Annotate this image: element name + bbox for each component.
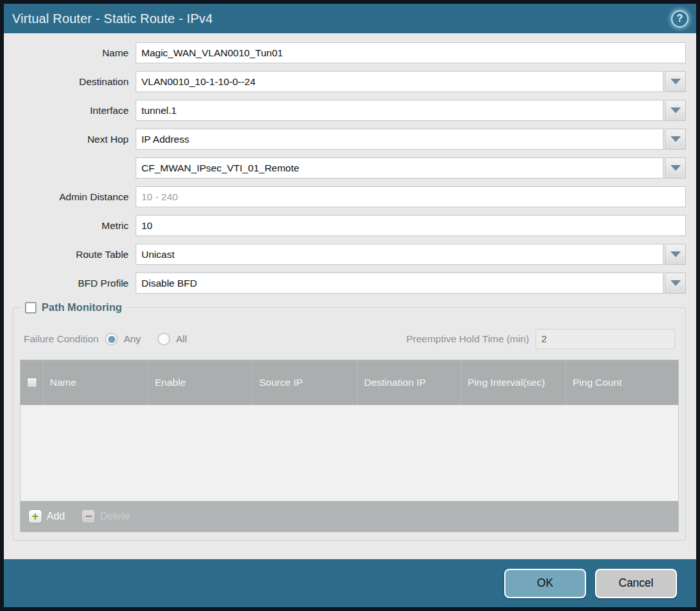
next-hop-type-input[interactable] [136,129,664,150]
admin-distance-input[interactable] [136,186,686,207]
interface-label: Interface [13,105,136,116]
path-monitoring-checkbox[interactable] [25,302,36,313]
static-route-dialog: Virtual Router - Static Route - IPv4 ? N… [0,0,700,611]
route-table-dropdown-button[interactable] [665,244,686,265]
table-footer-bar: + Add − Delete [20,501,678,532]
next-hop-address-row [13,157,686,179]
name-row: Name [13,42,686,63]
table-body-empty [20,405,678,501]
failure-condition-row: Failure Condition Any All Preemptive Hol… [24,329,675,349]
preemptive-hold-input[interactable] [536,329,675,349]
cancel-button[interactable]: Cancel [595,569,677,598]
ok-button[interactable]: OK [504,569,586,598]
path-monitoring-legend: Path Monitoring [21,301,126,313]
delete-button-label: Delete [100,511,129,522]
chevron-down-icon [671,107,681,113]
preemptive-hold-label: Preemptive Hold Time (min) [406,333,529,345]
destination-row: Destination [13,71,686,92]
next-hop-label: Next Hop [13,134,136,145]
next-hop-row: Next Hop [13,129,686,150]
name-input[interactable] [136,42,686,63]
column-header-ping-interval[interactable]: Ping Interval(sec) [461,360,566,405]
metric-row: Metric [13,215,686,236]
next-hop-address-input[interactable] [136,157,664,179]
route-table-row: Route Table [13,244,686,265]
metric-input[interactable] [136,215,686,236]
destination-input[interactable] [136,71,664,92]
failure-condition-label: Failure Condition [24,333,99,345]
table-header-row: Name Enable Source IP Destination IP Pin… [20,360,678,405]
select-all-checkbox[interactable] [27,377,37,388]
route-table-input[interactable] [136,244,664,265]
dialog-titlebar: Virtual Router - Static Route - IPv4 ? [4,4,696,33]
interface-dropdown-button[interactable] [665,100,686,121]
path-monitoring-title: Path Monitoring [42,301,122,313]
interface-input[interactable] [136,100,664,121]
radio-all-label: All [176,333,187,345]
dialog-footer: OK Cancel [4,559,696,607]
next-hop-type-dropdown-button[interactable] [665,129,686,150]
select-all-cell [20,360,44,405]
destination-label: Destination [13,76,136,88]
radio-any-label: Any [123,333,141,345]
add-button[interactable]: + Add [28,509,65,523]
admin-distance-label: Admin Distance [13,191,136,203]
next-hop-address-dropdown-button[interactable] [665,157,686,179]
add-plus-icon: + [28,509,42,523]
radio-all[interactable] [157,333,170,345]
route-table-label: Route Table [13,249,136,260]
delete-minus-icon: − [81,509,95,523]
chevron-down-icon [671,136,681,142]
column-header-enable[interactable]: Enable [148,360,253,405]
dialog-content: Name Destination Interface [4,33,696,559]
radio-dot [108,336,115,343]
bfd-profile-label: BFD Profile [13,278,136,289]
column-header-source-ip[interactable]: Source IP [253,360,358,405]
admin-distance-row: Admin Distance [13,186,686,207]
destination-dropdown-button[interactable] [665,71,686,92]
interface-row: Interface [13,100,686,121]
dialog-title: Virtual Router - Static Route - IPv4 [12,12,671,26]
chevron-down-icon [671,165,681,171]
chevron-down-icon [671,79,681,84]
add-button-label: Add [47,511,65,522]
column-header-ping-count[interactable]: Ping Count [566,360,678,405]
column-header-destination-ip[interactable]: Destination IP [358,360,461,405]
delete-button[interactable]: − Delete [81,509,129,523]
failure-condition-radio-group: Any All [105,333,203,345]
preemptive-hold-group: Preemptive Hold Time (min) [406,329,675,349]
bfd-profile-dropdown-button[interactable] [665,273,686,294]
radio-dot [160,336,167,343]
radio-any[interactable] [105,333,118,345]
path-monitoring-table: Name Enable Source IP Destination IP Pin… [20,360,679,532]
chevron-down-icon [671,251,681,257]
bfd-profile-row: BFD Profile [13,273,686,294]
name-label: Name [13,47,136,59]
help-icon[interactable]: ? [671,10,688,28]
path-monitoring-section: Path Monitoring Failure Condition Any Al… [13,301,686,541]
metric-label: Metric [13,220,136,232]
bfd-profile-input[interactable] [136,273,664,294]
chevron-down-icon [671,280,681,286]
column-header-name[interactable]: Name [44,360,148,405]
